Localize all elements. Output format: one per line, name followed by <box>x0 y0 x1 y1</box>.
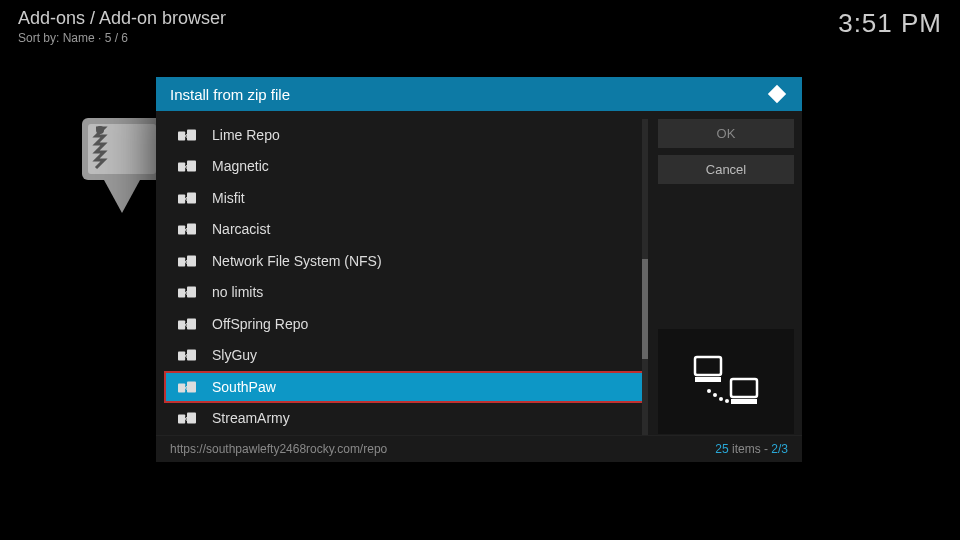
svg-rect-24 <box>695 377 721 382</box>
svg-rect-19 <box>178 383 185 392</box>
clock: 3:51 PM <box>838 8 942 45</box>
svg-rect-3 <box>178 131 185 140</box>
footer-counts: 25 items - 2/3 <box>715 442 788 456</box>
scrollbar[interactable] <box>642 119 648 435</box>
network-folder-icon <box>178 254 196 268</box>
network-folder-icon <box>178 222 196 236</box>
list-item-label: OffSpring Repo <box>212 316 308 332</box>
svg-rect-6 <box>187 161 196 172</box>
file-list[interactable]: Lime RepoMagneticMisfitNarcacistNetwork … <box>164 119 648 435</box>
svg-point-29 <box>719 397 723 401</box>
list-item[interactable]: SlyGuy <box>164 340 648 372</box>
list-item[interactable]: Network File System (NFS) <box>164 245 648 277</box>
list-item-label: Narcacist <box>212 221 270 237</box>
right-column: OK Cancel <box>658 119 794 435</box>
scrollbar-thumb[interactable] <box>642 259 648 359</box>
svg-rect-16 <box>187 318 196 329</box>
network-folder-icon <box>178 380 196 394</box>
footer-path: https://southpawlefty2468rocky.com/repo <box>170 442 387 456</box>
svg-rect-15 <box>178 320 185 329</box>
zip-background-icon <box>82 118 162 228</box>
breadcrumb: Add-ons / Add-on browser <box>18 8 226 29</box>
svg-rect-9 <box>178 226 185 235</box>
install-zip-dialog: Install from zip file Lime RepoMagneticM… <box>156 77 802 462</box>
network-folder-icon <box>178 159 196 173</box>
svg-rect-18 <box>187 350 196 361</box>
svg-rect-7 <box>178 194 185 203</box>
list-item[interactable]: Magnetic <box>164 151 648 183</box>
svg-point-2 <box>96 126 104 134</box>
ok-button[interactable]: OK <box>658 119 794 148</box>
svg-rect-4 <box>187 129 196 140</box>
svg-rect-10 <box>187 224 196 235</box>
svg-rect-20 <box>187 381 196 392</box>
svg-rect-25 <box>731 379 757 397</box>
network-folder-icon <box>178 348 196 362</box>
svg-point-28 <box>713 393 717 397</box>
list-item[interactable]: StreamArmy <box>164 403 648 435</box>
svg-rect-23 <box>695 357 721 375</box>
list-item-label: Lime Repo <box>212 127 280 143</box>
svg-rect-26 <box>731 399 757 404</box>
svg-rect-8 <box>187 192 196 203</box>
network-folder-icon <box>178 128 196 142</box>
list-item-label: no limits <box>212 284 263 300</box>
list-item-label: Network File System (NFS) <box>212 253 382 269</box>
svg-rect-5 <box>178 163 185 172</box>
list-item-label: StreamArmy <box>212 410 290 426</box>
list-item[interactable]: Lime Repo <box>164 119 648 151</box>
window-header: Add-ons / Add-on browser Sort by: Name ·… <box>18 8 942 45</box>
list-item-label: Magnetic <box>212 158 269 174</box>
network-folder-icon <box>178 317 196 331</box>
svg-rect-11 <box>178 257 185 266</box>
list-item[interactable]: Misfit <box>164 182 648 214</box>
svg-rect-22 <box>187 413 196 424</box>
list-item-label: SouthPaw <box>212 379 276 395</box>
svg-rect-14 <box>187 287 196 298</box>
svg-rect-13 <box>178 289 185 298</box>
dialog-footer: https://southpawlefty2468rocky.com/repo … <box>156 435 802 462</box>
dialog-body: Lime RepoMagneticMisfitNarcacistNetwork … <box>156 111 802 435</box>
svg-rect-12 <box>187 255 196 266</box>
cancel-button[interactable]: Cancel <box>658 155 794 184</box>
list-item[interactable]: SouthPaw <box>164 371 648 403</box>
network-folder-icon <box>178 411 196 425</box>
network-folder-icon <box>178 191 196 205</box>
list-item[interactable]: no limits <box>164 277 648 309</box>
kodi-logo-icon <box>766 83 788 105</box>
network-folder-icon <box>178 285 196 299</box>
svg-point-30 <box>725 399 729 403</box>
svg-rect-17 <box>178 352 185 361</box>
svg-point-27 <box>707 389 711 393</box>
file-column: Lime RepoMagneticMisfitNarcacistNetwork … <box>164 119 648 435</box>
list-item-label: SlyGuy <box>212 347 257 363</box>
sort-status: Sort by: Name · 5 / 6 <box>18 31 226 45</box>
list-item[interactable]: Narcacist <box>164 214 648 246</box>
network-share-icon <box>691 355 761 409</box>
list-item[interactable]: OffSpring Repo <box>164 308 648 340</box>
dialog-header: Install from zip file <box>156 77 802 111</box>
preview-panel <box>658 329 794 434</box>
svg-rect-21 <box>178 415 185 424</box>
list-item-label: Misfit <box>212 190 245 206</box>
dialog-title: Install from zip file <box>170 86 290 103</box>
